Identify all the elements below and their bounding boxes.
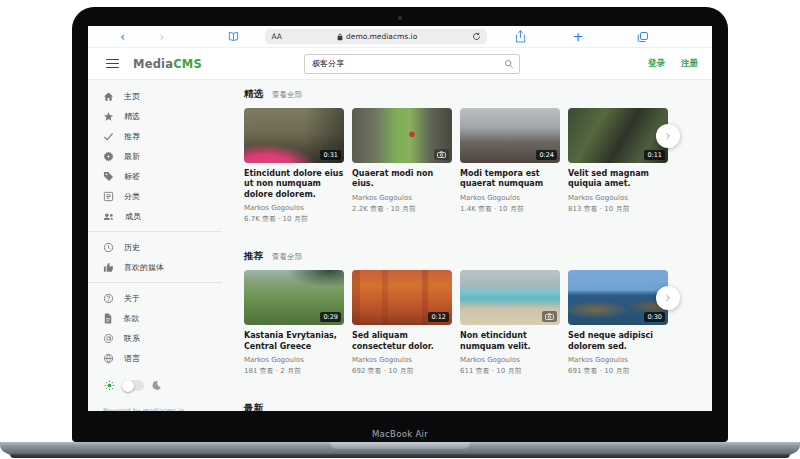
tabs-icon[interactable] [637,31,649,43]
search-input[interactable] [305,59,499,68]
media-author[interactable]: Markos Gogoulos [460,356,560,364]
question-icon [103,293,114,304]
sidebar-item-latest[interactable]: 最新 [88,146,222,166]
sidebar-item-liked[interactable]: 喜欢的媒体 [88,257,222,277]
menu-icon[interactable] [106,59,119,69]
sidebar-item-featured[interactable]: 精选 [88,106,222,126]
carousel-next-button[interactable] [656,124,680,148]
duration-badge: 0:29 [320,312,341,322]
view-all-link[interactable]: 查看全部 [272,252,302,262]
app-logo[interactable]: MediaCMS [133,57,202,71]
video-thumbnail[interactable]: 0:30 [568,270,668,325]
sidebar-item-language[interactable]: 语言 [88,348,222,368]
sidebar-item-tags[interactable]: 标签 [88,166,222,186]
video-thumbnail[interactable]: 0:12 [352,270,452,325]
media-stats: 692 查看 · 10 月前 [352,366,452,376]
forward-icon[interactable]: › [159,30,164,43]
media-title[interactable]: Sed neque adipisci dolorem sed. [568,331,668,352]
register-link[interactable]: 注册 [681,58,698,70]
theme-toggle-switch[interactable] [122,380,144,391]
section-featured: 精选 查看全部 0:31 Etincidunt dolore eius ut n… [244,88,712,224]
tag-icon [103,171,114,182]
video-thumbnail[interactable]: 0:29 [244,270,344,325]
video-thumbnail[interactable]: 0:31 [244,108,344,163]
media-title[interactable]: Sed aliquam consectetur dolor. [352,331,452,352]
media-stats: 691 查看 · 10 月前 [568,366,668,376]
sidebar-item-contact[interactable]: 联系 [88,328,222,348]
media-title[interactable]: Quaerat modi non eius. [352,169,452,190]
media-author[interactable]: Markos Gogoulos [352,194,452,202]
section-title: 最新 [244,402,263,411]
sidebar-item-terms[interactable]: 条款 [88,308,222,328]
screen-display: ‹ › AA demo.mediacms.io + MediaC [88,26,712,411]
search-box[interactable] [304,54,520,74]
check-icon [103,131,114,142]
media-card[interactable]: 0:31 Etincidunt dolore eius ut non numqu… [244,108,344,224]
media-card[interactable]: Non etincidunt numquam velit. Markos Gog… [460,270,560,376]
section-title: 精选 [244,88,263,101]
media-title[interactable]: Velit sed magnam quiquia amet. [568,169,668,190]
star-icon [103,111,114,122]
history-icon [103,242,114,253]
video-thumbnail[interactable]: 0:11 [568,108,668,163]
webcam-dot [398,16,402,20]
dark-mode-icon [151,380,162,391]
chevron-right-icon [664,132,672,140]
app-header: MediaCMS 登录 注册 [88,48,712,80]
media-card[interactable]: Quaerat modi non eius. Markos Gogoulos 2… [352,108,452,224]
search-icon[interactable] [499,55,519,73]
view-all-link[interactable]: 查看全部 [272,90,302,100]
new-tab-icon[interactable]: + [572,30,583,43]
bookmarks-icon[interactable] [228,31,239,42]
media-title[interactable]: Kastania Evrytanias, Central Greece [244,331,344,352]
media-card[interactable]: 0:11 Velit sed magnam quiquia amet. Mark… [568,108,668,224]
new-icon [103,151,114,162]
media-card[interactable]: 0:12 Sed aliquam consectetur dolor. Mark… [352,270,452,376]
address-bar[interactable]: AA demo.mediacms.io [265,29,487,44]
duration-badge: 0:11 [644,150,665,160]
media-title[interactable]: Non etincidunt numquam velit. [460,331,560,352]
media-author[interactable]: Markos Gogoulos [460,194,560,202]
document-icon [103,313,113,324]
sidebar-item-categories[interactable]: 分类 [88,186,222,206]
image-thumbnail[interactable] [352,108,452,163]
lock-icon [337,33,343,41]
back-icon[interactable]: ‹ [120,30,125,43]
sidebar-divider [88,231,222,232]
media-card[interactable]: 0:30 Sed neque adipisci dolorem sed. Mar… [568,270,668,376]
section-recommended: 推荐 查看全部 0:29 Kastania Evrytanias, Centra… [244,250,712,376]
sidebar-item-recommended[interactable]: 推荐 [88,126,222,146]
media-author[interactable]: Markos Gogoulos [568,356,668,364]
media-card[interactable]: 0:24 Modi tempora est quaerat numquam Ma… [460,108,560,224]
login-link[interactable]: 登录 [648,58,665,70]
media-title[interactable]: Etincidunt dolore eius ut non numquam do… [244,169,344,200]
at-icon [103,333,114,344]
reader-mode-button[interactable]: AA [271,32,281,41]
reload-icon[interactable] [472,32,481,41]
media-stats: 813 查看 · 10 月前 [568,204,668,214]
media-title[interactable]: Modi tempora est quaerat numquam [460,169,560,190]
camera-icon [542,311,557,322]
macbook-mockup: ‹ › AA demo.mediacms.io + MediaC [0,0,800,459]
chevron-right-icon [664,294,672,302]
media-stats: 2.2K 查看 · 10 月前 [352,204,452,214]
sidebar-item-about[interactable]: 关于 [88,288,222,308]
theme-toggle-row [88,380,222,391]
media-author[interactable]: Markos Gogoulos [244,204,344,212]
sidebar-item-members[interactable]: 成员 [88,206,222,226]
powered-by-text[interactable]: Powered by mediacms.io [88,407,222,411]
thumbs-up-icon [103,262,114,273]
media-card[interactable]: 0:29 Kastania Evrytanias, Central Greece… [244,270,344,376]
light-mode-icon [104,380,115,391]
sidebar-item-home[interactable]: 主页 [88,86,222,106]
image-thumbnail[interactable] [460,270,560,325]
share-icon[interactable] [515,30,526,43]
video-thumbnail[interactable]: 0:24 [460,108,560,163]
sidebar-divider [88,282,222,283]
media-author[interactable]: Markos Gogoulos [244,356,344,364]
media-author[interactable]: Markos Gogoulos [352,356,452,364]
duration-badge: 0:30 [644,312,665,322]
media-author[interactable]: Markos Gogoulos [568,194,668,202]
sidebar-item-history[interactable]: 历史 [88,237,222,257]
carousel-next-button[interactable] [656,286,680,310]
